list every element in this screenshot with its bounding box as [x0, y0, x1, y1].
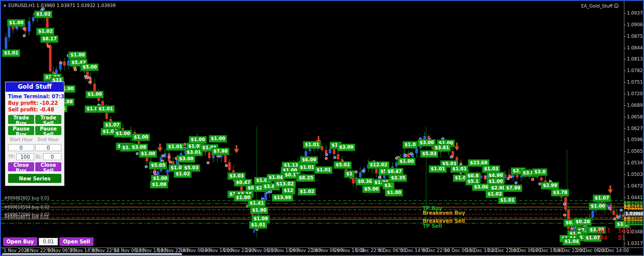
price-axis-label: 1.05340	[627, 161, 644, 165]
profit-label: $1.02	[36, 28, 54, 35]
profit-label: $0.28	[574, 218, 592, 226]
price-axis-label: 1.08750	[627, 34, 644, 39]
profit-label: $5.00	[80, 63, 99, 71]
profit-label: $1.01	[429, 165, 447, 173]
profit-label: $1.00	[397, 158, 416, 165]
order-line-label: #699938971 sell 0.01	[4, 216, 49, 220]
profit-label: $5.00	[362, 185, 380, 193]
sl-label: SL:	[35, 154, 42, 159]
price-tag-box: 1.04143	[624, 205, 644, 209]
quick-order-bar: Open Buy Open Sell	[3, 237, 94, 246]
profit-label: $1	[344, 170, 355, 178]
profit-label: $1.09	[150, 181, 168, 188]
close-sell-button[interactable]: Close Sell	[35, 162, 61, 171]
buy-profit-text: Buy profit: -10.22	[8, 100, 61, 106]
profit-label: $1.04	[562, 238, 581, 245]
profit-label: $3.00	[177, 155, 195, 163]
sell-profit-text: Sell profit: -0.48	[8, 106, 61, 113]
profit-label: $1.00	[589, 203, 607, 210]
end-hour-label: End Hour	[35, 137, 61, 142]
profit-label: $1.01	[314, 166, 333, 174]
profit-label: $1.01	[498, 197, 516, 204]
profit-label: $1.00	[7, 19, 25, 27]
time-terminal-text: Time Terminal: 07:3	[8, 93, 61, 100]
profit-label: $1.01	[97, 105, 115, 113]
profit-label: $2.99	[541, 182, 559, 189]
price-axis-label: 1.07820	[627, 69, 644, 73]
pause-buy-button[interactable]: Pause Buy	[8, 126, 34, 135]
profit-label: $3.78	[551, 189, 569, 197]
profit-label: $8.25	[297, 174, 315, 182]
price-axis-label: 1.09370	[627, 11, 644, 16]
horizontal-scrollbar[interactable]	[2, 253, 182, 256]
price-axis-label: 1.06890	[627, 103, 644, 108]
level-label: TP Sell	[423, 224, 442, 229]
tp-label: TP:	[8, 154, 15, 159]
price-axis-label: 1.08440	[627, 46, 644, 50]
price-axis-separator	[624, 1, 624, 247]
sl-input[interactable]	[43, 153, 61, 160]
profit-label: $6.09	[300, 156, 318, 164]
profit-label: $13.99	[272, 194, 293, 202]
profit-label: $1.01	[166, 143, 184, 151]
price-axis-label: 1.07200	[627, 92, 644, 96]
close-buy-button[interactable]: Close Buy	[8, 162, 34, 171]
time-axis-label: 23 Dec 14:00	[599, 248, 629, 253]
price-tag-box: 1.03804	[624, 221, 644, 225]
price-axis-label: 1.03480	[627, 230, 644, 234]
profit-label: $1.00	[132, 134, 150, 141]
price-axis-label: 1.06580	[627, 115, 644, 119]
profit-label: $1.00	[68, 51, 87, 59]
end-hour-input[interactable]	[35, 144, 61, 151]
gold-stuff-panel: Gold Stuff Time Terminal: 07:3 Buy profi…	[5, 82, 64, 186]
price-axis-label: 1.04720	[627, 184, 644, 188]
tp-input[interactable]	[16, 153, 34, 160]
price-axis-label: 1.05030	[627, 172, 644, 177]
profit-label: $0.36	[356, 178, 374, 185]
profit-label: $1.00	[189, 136, 207, 144]
profit-label: $7.99	[504, 184, 522, 192]
chevron-down-icon[interactable]: ▼	[4, 4, 6, 8]
trend-row-timeframes: H4 D1	[596, 235, 625, 241]
profit-label: $1.00	[385, 189, 403, 197]
symbol-quote-text: EURUSD,H1 1.03960 1.03971 1.03932 1.0393…	[8, 3, 115, 8]
profit-label: $1.90	[250, 207, 268, 214]
time-axis-separator	[1, 247, 643, 248]
panel-title: Gold Stuff	[6, 82, 64, 92]
profit-label: $1.00	[114, 130, 132, 138]
order-line-label: #699482602 buy 0.01	[4, 197, 49, 201]
profit-label: $1.01	[298, 164, 316, 171]
profit-label: $1.07	[593, 195, 611, 202]
pause-sell-button[interactable]: Pause Sell	[35, 126, 61, 135]
profit-label: $1.01	[249, 221, 267, 229]
ea-name-text: EA_Gold_Stuff	[581, 4, 613, 9]
trade-buy-button[interactable]: Trade Buy	[8, 115, 34, 124]
smiley-icon[interactable]: ☺	[614, 3, 619, 9]
price-axis-label: 1.05960	[627, 138, 644, 142]
profit-label: $3.06	[472, 183, 490, 191]
open-sell-button[interactable]: Open Sell	[59, 237, 94, 246]
price-axis-label: 1.07510	[627, 80, 644, 85]
profit-label: $1.00	[209, 135, 227, 143]
price-axis-label: 1.03170	[627, 241, 644, 246]
new-series-button[interactable]: New Series	[8, 174, 61, 183]
price-axis-label: 1.04410	[627, 196, 644, 200]
price-tag-box: 1.03960	[624, 212, 644, 216]
profit-label: $1.02	[34, 11, 52, 18]
lot-size-input[interactable]	[39, 238, 58, 245]
trade-sell-button[interactable]: Trade Sell	[35, 115, 61, 124]
candlestick-chart	[1, 1, 624, 247]
profit-label: $1.00	[86, 91, 104, 98]
level-label: Breakeven Buy	[423, 211, 465, 216]
profit-label: $1.01	[450, 165, 468, 173]
start-hour-input[interactable]	[8, 144, 34, 151]
profit-label: $3.	[382, 182, 394, 189]
profit-label: $1.0	[403, 141, 418, 149]
profit-label: $1.41	[248, 200, 266, 207]
profit-label: $1.01	[2, 49, 20, 57]
profit-label: $3.35	[389, 174, 407, 182]
price-axis-label: 1.06270	[627, 126, 644, 131]
open-buy-button[interactable]: Open Buy	[3, 237, 37, 246]
profit-label: $8.17	[40, 35, 58, 43]
ea-label: EA_Gold_Stuff☺	[581, 3, 619, 9]
